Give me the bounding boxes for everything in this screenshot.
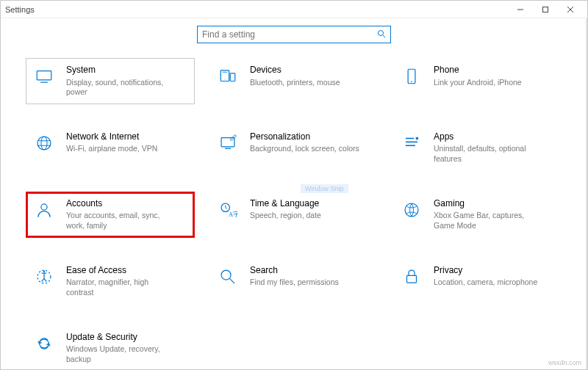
- tile-system[interactable]: System Display, sound, notifications, po…: [26, 58, 195, 104]
- apps-icon: [401, 133, 422, 153]
- privacy-icon: [401, 266, 422, 287]
- tile-label: Network & Internet: [66, 131, 157, 143]
- svg-point-29: [405, 203, 418, 217]
- tile-label: Gaming: [434, 198, 544, 210]
- close-button[interactable]: [558, 1, 583, 18]
- svg-point-4: [379, 31, 384, 36]
- tile-label: Update & Security: [66, 332, 176, 344]
- tile-desc: Find my files, permissions: [250, 278, 339, 288]
- svg-text:A字: A字: [229, 211, 237, 218]
- ease-of-access-icon: [34, 266, 54, 287]
- snip-hint: Window Snip: [301, 184, 348, 193]
- tile-label: Search: [250, 265, 339, 277]
- scrollbar-track[interactable]: [586, 18, 587, 369]
- tile-label: Personalization: [250, 131, 359, 143]
- devices-icon: [218, 66, 238, 87]
- minimize-icon: [517, 6, 524, 13]
- svg-rect-1: [543, 7, 548, 12]
- tile-label: Devices: [250, 65, 340, 76]
- svg-line-27: [226, 208, 227, 209]
- search-icon: [377, 29, 386, 40]
- tile-desc: Location, camera, microphone: [434, 278, 537, 288]
- content-area: System Display, sound, notifications, po…: [1, 18, 587, 369]
- maximize-icon: [542, 6, 549, 13]
- tile-time-language[interactable]: A字 Time & Language Speech, region, date: [209, 192, 379, 238]
- tile-network[interactable]: Network & Internet Wi-Fi, airplane mode,…: [26, 125, 195, 171]
- tile-desc: Windows Update, recovery, backup: [66, 344, 176, 364]
- tile-ease-of-access[interactable]: Ease of Access Narrator, magnifier, high…: [26, 258, 195, 305]
- svg-rect-23: [416, 137, 418, 139]
- minimize-button[interactable]: [508, 1, 533, 18]
- search-box[interactable]: [197, 26, 391, 43]
- tile-desc: Speech, region, date: [250, 211, 321, 221]
- svg-rect-34: [407, 275, 417, 283]
- tile-phone[interactable]: Phone Link your Android, iPhone: [393, 58, 562, 104]
- tile-desc: Wi-Fi, airplane mode, VPN: [66, 144, 157, 154]
- time-language-icon: A字: [218, 200, 238, 220]
- close-icon: [567, 6, 574, 13]
- svg-point-15: [41, 137, 47, 150]
- tile-desc: Narrator, magnifier, high contrast: [66, 278, 176, 297]
- maximize-button[interactable]: [533, 1, 558, 18]
- tile-gaming[interactable]: Gaming Xbox Game Bar, captures, Game Mod…: [393, 192, 562, 238]
- tile-desc: Bluetooth, printers, mouse: [250, 78, 340, 88]
- tile-update-security[interactable]: Update & Security Windows Update, recove…: [26, 325, 195, 370]
- svg-point-31: [43, 270, 45, 272]
- tile-desc: Your accounts, email, sync, work, family: [66, 211, 176, 231]
- svg-rect-18: [221, 138, 234, 147]
- titlebar: Settings: [1, 1, 587, 18]
- tile-label: Time & Language: [250, 198, 321, 210]
- svg-line-5: [383, 35, 385, 37]
- svg-point-13: [411, 81, 412, 83]
- network-icon: [34, 133, 54, 153]
- window-title: Settings: [5, 5, 508, 14]
- phone-icon: [401, 66, 422, 87]
- tile-desc: Uninstall, defaults, optional features: [434, 144, 544, 164]
- tile-label: Accounts: [66, 198, 176, 210]
- settings-window: Settings: [0, 0, 588, 370]
- tile-search[interactable]: Search Find my files, permissions: [209, 258, 379, 305]
- tile-personalization[interactable]: Personalization Background, lock screen,…: [209, 125, 379, 171]
- svg-point-32: [221, 270, 231, 280]
- tile-label: Apps: [434, 131, 544, 143]
- settings-grid: System Display, sound, notifications, po…: [15, 58, 573, 369]
- tile-accounts[interactable]: Accounts Your accounts, email, sync, wor…: [26, 192, 195, 238]
- tile-devices[interactable]: Devices Bluetooth, printers, mouse: [209, 58, 379, 104]
- tile-label: Phone: [434, 65, 522, 76]
- svg-line-33: [229, 278, 234, 283]
- tile-label: System: [66, 65, 176, 76]
- tile-desc: Link your Android, iPhone: [434, 78, 522, 88]
- watermark: wsxdn.com: [548, 359, 581, 366]
- search-container: [15, 26, 573, 43]
- svg-point-14: [37, 137, 51, 150]
- tile-desc: Background, lock screen, colors: [250, 144, 359, 154]
- tile-desc: Display, sound, notifications, power: [66, 78, 176, 98]
- personalization-icon: [218, 133, 238, 153]
- system-icon: [34, 66, 54, 87]
- svg-rect-6: [37, 71, 51, 80]
- update-security-icon: [34, 333, 54, 354]
- search-input[interactable]: [202, 29, 377, 40]
- tile-label: Privacy: [434, 265, 537, 277]
- svg-point-10: [224, 79, 225, 80]
- search-tile-icon: [218, 266, 238, 287]
- tile-label: Ease of Access: [66, 265, 176, 277]
- gaming-icon: [401, 200, 422, 220]
- tile-desc: Xbox Game Bar, captures, Game Mode: [434, 211, 544, 231]
- accounts-icon: [34, 200, 54, 220]
- svg-rect-9: [230, 73, 235, 81]
- tile-apps[interactable]: Apps Uninstall, defaults, optional featu…: [393, 125, 562, 171]
- svg-point-24: [41, 204, 47, 210]
- tile-privacy[interactable]: Privacy Location, camera, microphone: [393, 258, 562, 305]
- window-controls: [508, 1, 583, 18]
